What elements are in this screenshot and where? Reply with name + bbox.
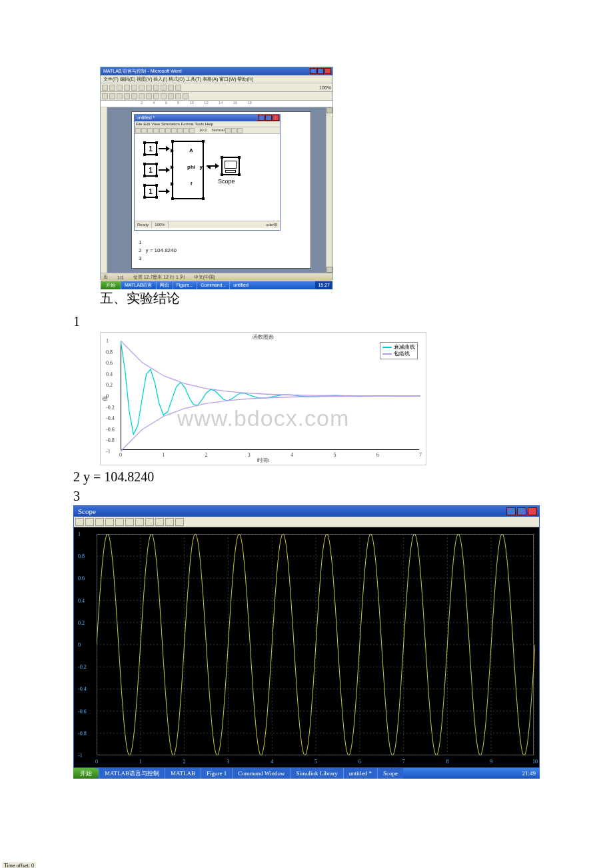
close-icon[interactable] <box>324 68 331 74</box>
table-icon[interactable] <box>168 85 174 91</box>
constant-block-1[interactable]: 1 <box>144 142 157 155</box>
scope-title: Scope <box>78 507 96 515</box>
taskbar-item[interactable]: Command Window <box>232 768 290 779</box>
taskbar-item[interactable]: Scope <box>377 768 403 779</box>
plot-svg <box>121 341 420 451</box>
constant-block-3[interactable]: 1 <box>144 185 157 198</box>
new-icon[interactable] <box>102 85 108 91</box>
zoomy-icon[interactable] <box>105 518 114 526</box>
maximize-icon[interactable] <box>517 507 526 515</box>
lock-icon[interactable] <box>165 518 174 526</box>
params-icon[interactable] <box>85 518 94 526</box>
underline-icon[interactable] <box>124 93 130 99</box>
word-toolbar[interactable]: 100% <box>101 83 332 92</box>
scope-screenshot: Scope -1-0.8-0.6-0.4-0.200.20.40.60.8101… <box>73 505 540 779</box>
redo-icon[interactable] <box>161 85 167 91</box>
font-icon[interactable] <box>102 93 108 99</box>
maximize-icon[interactable] <box>317 68 324 74</box>
float-icon[interactable] <box>155 518 164 526</box>
legend: 衰减曲线 包络线 <box>380 342 418 359</box>
align-right-icon[interactable] <box>146 93 152 99</box>
save-icon[interactable] <box>117 85 123 91</box>
autoscale-icon[interactable] <box>125 518 134 526</box>
scope-block[interactable] <box>221 157 240 175</box>
taskbar-item[interactable]: MATLAB <box>165 768 201 779</box>
close-icon[interactable] <box>273 115 279 121</box>
bold-icon[interactable] <box>109 93 115 99</box>
scope-titlebar: Scope <box>74 506 539 517</box>
open-icon[interactable] <box>141 128 147 133</box>
print-icon[interactable] <box>124 85 130 91</box>
subsystem-block[interactable]: A phiy f <box>172 141 204 199</box>
play-icon[interactable] <box>183 128 189 133</box>
save-icon[interactable] <box>135 518 144 526</box>
taskbar-item[interactable]: Figure 1 <box>201 768 232 779</box>
scope-toolbar[interactable] <box>74 517 539 527</box>
undo-icon[interactable] <box>177 128 183 133</box>
copy-icon[interactable] <box>139 85 145 91</box>
align-left-icon[interactable] <box>131 93 137 99</box>
align-center-icon[interactable] <box>139 93 145 99</box>
taskbar-item[interactable]: untitled * <box>343 768 377 779</box>
taskbar-item[interactable]: Figure... <box>173 281 197 289</box>
save-icon[interactable] <box>147 128 153 133</box>
zoomxy-icon[interactable] <box>115 518 124 526</box>
taskbar-item[interactable]: Simulink Library <box>291 768 343 779</box>
lib-icon[interactable] <box>225 128 231 133</box>
open-icon[interactable] <box>109 85 115 91</box>
taskbar-item[interactable]: untitled <box>229 281 252 289</box>
minimize-icon[interactable] <box>506 507 516 515</box>
close-icon[interactable] <box>528 507 537 515</box>
signal-line[interactable] <box>207 165 219 167</box>
taskbar-item[interactable]: 网页 <box>156 281 173 289</box>
scope-icon[interactable] <box>231 128 237 133</box>
scrollbar[interactable] <box>326 107 332 273</box>
outdent-icon[interactable] <box>175 93 181 99</box>
simulink-menu[interactable]: File Edit View Simulation Format Tools H… <box>135 121 280 127</box>
print-icon[interactable] <box>153 128 159 133</box>
indent-icon[interactable] <box>168 93 174 99</box>
zoomx-icon[interactable] <box>95 518 104 526</box>
paste-icon[interactable] <box>171 128 177 133</box>
zoom-icon[interactable] <box>175 85 181 91</box>
word-menubar[interactable]: 文件(F) 编辑(E) 视图(V) 插入(I) 格式(O) 工具(T) 表格(A… <box>101 75 332 83</box>
new-icon[interactable] <box>135 128 141 133</box>
system-tray: 15:27 <box>315 281 332 289</box>
stop-time[interactable]: 10.0 <box>199 128 207 133</box>
start-button[interactable]: 开始 <box>101 281 121 289</box>
left-gutter <box>101 107 107 273</box>
maximize-icon[interactable] <box>265 115 272 121</box>
undo-icon[interactable] <box>153 85 159 91</box>
taskbar-item[interactable]: MATLAB语言与控制 <box>99 768 165 779</box>
minimize-icon[interactable] <box>258 115 265 121</box>
print-icon[interactable] <box>75 518 84 526</box>
bullets-icon[interactable] <box>153 93 159 99</box>
color-icon[interactable] <box>183 93 189 99</box>
copy-icon[interactable] <box>165 128 171 133</box>
taskbar-item[interactable]: MATLAB语言 <box>121 281 156 289</box>
word-toolbar-2[interactable] <box>101 92 332 101</box>
signal-line[interactable] <box>159 169 169 171</box>
constant-block-2[interactable]: 1 <box>144 163 157 177</box>
solver-mode[interactable]: Normal <box>212 128 225 133</box>
word-title: MATLAB 语言与控制 - Microsoft Word <box>103 69 182 73</box>
taskbar[interactable]: 开始 MATLAB语言与控制 MATLAB Figure 1 Command W… <box>73 768 540 779</box>
taskbar[interactable]: 开始 MATLAB语言 网页 Figure... Command... unti… <box>101 281 332 289</box>
simulink-toolbar[interactable]: 10.0 Normal <box>135 127 280 134</box>
simulink-titlebar: untitled * <box>135 115 280 121</box>
minimize-icon[interactable] <box>310 68 316 74</box>
restore-icon[interactable] <box>145 518 154 526</box>
cut-icon[interactable] <box>131 85 137 91</box>
cut-icon[interactable] <box>159 128 165 133</box>
numbering-icon[interactable] <box>161 93 167 99</box>
signal-icon[interactable] <box>175 518 184 526</box>
italic-icon[interactable] <box>117 93 123 99</box>
taskbar-item[interactable]: Command... <box>197 281 229 289</box>
simulink-canvas[interactable]: 1 1 1 A phiy f <box>135 134 280 221</box>
help-icon[interactable] <box>237 128 243 133</box>
paste-icon[interactable] <box>146 85 152 91</box>
stop-icon[interactable] <box>189 128 195 133</box>
signal-line[interactable] <box>159 191 169 192</box>
start-button[interactable]: 开始 <box>73 768 99 779</box>
signal-line[interactable] <box>159 148 169 149</box>
